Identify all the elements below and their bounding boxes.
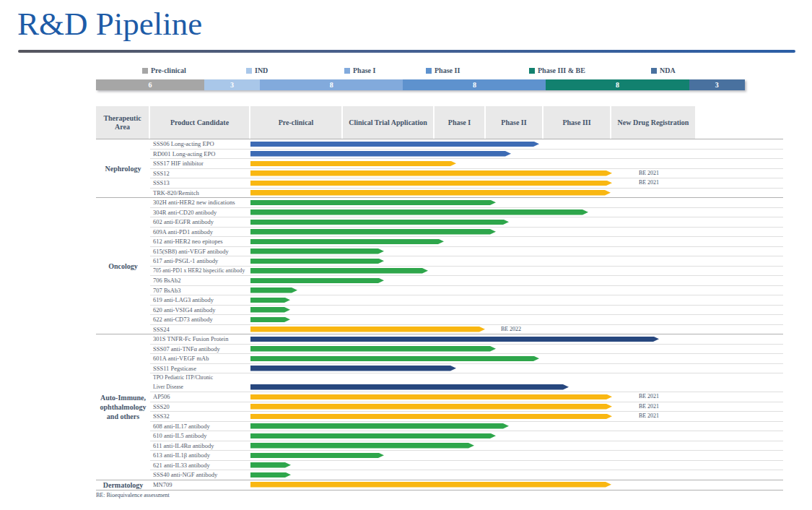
product-row: SSS32BE 2021 bbox=[150, 412, 783, 422]
pipeline-bar bbox=[250, 423, 509, 429]
product-name: AP506 bbox=[153, 392, 170, 402]
product-row: 608 anti-IL17 antibody bbox=[150, 422, 783, 432]
pipeline-bar bbox=[250, 327, 485, 332]
product-row: 609A anti-PD1 antibody bbox=[150, 228, 783, 238]
pipeline-bar bbox=[250, 337, 659, 342]
product-row: SSS20BE 2021 bbox=[150, 402, 783, 412]
product-name: SSS40 anti-NGF antibody bbox=[153, 470, 217, 480]
pipeline-bar bbox=[250, 181, 612, 186]
legend-swatch-icon bbox=[142, 68, 148, 74]
product-row: TPO Pediatric ITP/Chronic Liver Disease bbox=[150, 373, 783, 392]
pipeline-bar bbox=[250, 278, 384, 284]
area-label: Auto-Immune, ophthalmology and others bbox=[96, 334, 150, 480]
legend-swatch-icon bbox=[246, 68, 252, 74]
legend-item: Phase II bbox=[426, 66, 460, 74]
footnote: BE: Bioequivalence assessment bbox=[96, 492, 170, 498]
product-name: 621 anti-IL33 antibody bbox=[153, 461, 210, 470]
pipeline-bar bbox=[250, 142, 539, 147]
product-name: 610 anti-IL5 antibody bbox=[153, 431, 207, 441]
product-name: 617 anti-PSGL-1 antibody bbox=[153, 256, 218, 266]
group-rows: 301S TNFR-Fc Fusion ProteinSSS07 anti-TN… bbox=[150, 334, 783, 480]
product-name: 601A anti-VEGF mAb bbox=[153, 354, 209, 363]
phase-count-segment: 8 bbox=[403, 79, 546, 90]
be-note: BE 2022 bbox=[501, 325, 521, 334]
legend-swatch-icon bbox=[529, 68, 535, 74]
product-name: SSS06 Long-acting EPO bbox=[153, 139, 214, 149]
product-name: TPO Pediatric ITP/Chronic Liver Disease bbox=[153, 373, 213, 392]
legend-item: NDA bbox=[651, 66, 676, 74]
pipeline-bar bbox=[250, 239, 444, 245]
product-name: SSS11 Pegsticase bbox=[153, 364, 196, 373]
be-note: BE 2021 bbox=[639, 412, 659, 421]
product-name: 609A anti-PD1 antibody bbox=[153, 228, 213, 237]
phase-count-segment: 8 bbox=[260, 79, 403, 90]
product-name: 619 anti-LAG3 antibody bbox=[153, 295, 214, 305]
product-row: 705 anti-PD1 x HER2 bispecific antibody bbox=[150, 267, 783, 277]
pipeline-bar bbox=[250, 161, 456, 167]
legend-item: Pre-clinical bbox=[142, 66, 186, 74]
area-label: Nephrology bbox=[96, 139, 150, 197]
product-name: 615(SB8) anti-VEGF antibody bbox=[153, 247, 229, 256]
legend-item: Phase III & BE bbox=[529, 66, 585, 74]
pipeline-bar bbox=[250, 404, 612, 410]
group-rows: 302H anti-HER2 new indications304R anti-… bbox=[150, 198, 783, 334]
product-name: MN709 bbox=[153, 480, 172, 490]
header-cell: Phase I bbox=[435, 106, 484, 139]
product-row: 302H anti-HER2 new indications bbox=[150, 198, 783, 208]
product-row: SSS07 anti-TNFα antibody bbox=[150, 345, 783, 355]
product-row: SSS17 HIF inhibitor bbox=[150, 159, 783, 169]
legend-label: Phase I bbox=[353, 66, 375, 74]
product-row: SSS13BE 2021 bbox=[150, 178, 783, 189]
product-name: 620 anti-VSIG4 antibody bbox=[153, 306, 215, 315]
product-name: 302H anti-HER2 new indications bbox=[153, 198, 235, 207]
legend-label: Phase III & BE bbox=[538, 66, 585, 74]
product-name: SSS24 bbox=[153, 325, 170, 334]
pipeline-bar bbox=[250, 298, 290, 303]
pipeline-bar bbox=[250, 288, 297, 293]
product-name: 706 BsAb2 bbox=[153, 276, 181, 285]
pipeline-bar bbox=[250, 248, 384, 254]
product-name: SSS17 HIF inhibitor bbox=[153, 159, 204, 168]
group-rows: MN709 bbox=[150, 480, 783, 490]
header-cell: Clinical Trial Application bbox=[343, 106, 433, 139]
pipeline-bar bbox=[250, 366, 456, 371]
pipeline-bar bbox=[250, 190, 611, 196]
product-name: SSS12 bbox=[153, 169, 170, 178]
legend-swatch-icon bbox=[651, 68, 657, 74]
product-row: SSS40 anti-NGF antibody bbox=[150, 470, 783, 480]
area-label: Dermatology bbox=[96, 480, 150, 490]
table-header: Therapeutic AreaProduct CandidatePre-cli… bbox=[96, 106, 695, 139]
product-row: 611 anti-IL4Rα antibody bbox=[150, 441, 783, 451]
phase-count-segment: 3 bbox=[689, 79, 745, 90]
product-name: 301S TNFR-Fc Fusion Protein bbox=[153, 334, 228, 344]
header-cell: Phase III bbox=[543, 106, 610, 139]
header-cell: New Drug Registration bbox=[611, 106, 695, 139]
product-row: RD001 Long-acting EPO bbox=[150, 150, 783, 160]
product-name: 602 anti-EGFR antibody bbox=[153, 217, 214, 227]
header-cell: Therapeutic Area bbox=[96, 106, 149, 139]
legend-label: Pre-clinical bbox=[151, 66, 186, 74]
legend-item: IND bbox=[246, 66, 268, 74]
pipeline-bar bbox=[250, 356, 539, 362]
legend-label: IND bbox=[255, 66, 268, 74]
product-name: SSS32 bbox=[153, 412, 170, 421]
be-note: BE 2021 bbox=[639, 392, 659, 402]
pipeline-bar bbox=[250, 268, 428, 274]
product-row: 602 anti-EGFR antibody bbox=[150, 217, 783, 228]
product-row: 617 anti-PSGL-1 antibody bbox=[150, 256, 783, 267]
product-row: SSS12BE 2021 bbox=[150, 169, 783, 179]
therapeutic-group: NephrologySSS06 Long-acting EPORD001 Lon… bbox=[96, 139, 783, 197]
pipeline-table: Therapeutic AreaProduct CandidatePre-cli… bbox=[96, 106, 783, 490]
pipeline-bar bbox=[250, 209, 588, 215]
pipeline-bar bbox=[250, 433, 496, 439]
title-underline bbox=[18, 50, 795, 53]
therapeutic-group: DermatologyMN709 bbox=[96, 480, 783, 490]
header-cell: Product Candidate bbox=[150, 106, 249, 139]
group-rows: SSS06 Long-acting EPORD001 Long-acting E… bbox=[150, 139, 783, 197]
phase-count-segment: 8 bbox=[546, 79, 689, 90]
area-label: Oncology bbox=[96, 198, 150, 334]
product-row: 707 BsAb3 bbox=[150, 286, 783, 296]
pipeline-bar bbox=[250, 443, 474, 449]
product-row: 613 anti-IL1β antibody bbox=[150, 451, 783, 461]
product-name: RD001 Long-acting EPO bbox=[153, 150, 215, 159]
